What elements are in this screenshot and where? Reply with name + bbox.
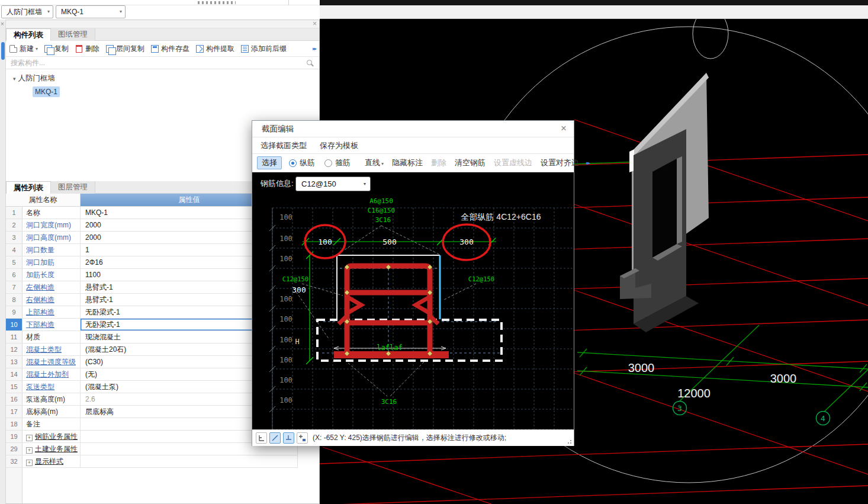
row-number: 11: [6, 331, 22, 344]
property-name[interactable]: 洞口加筋: [22, 256, 81, 269]
row-number: 4: [6, 244, 22, 256]
select-mode-button[interactable]: 选择: [257, 156, 282, 169]
dock-active-indicator[interactable]: [1, 42, 5, 60]
radio-icon: [324, 159, 332, 167]
property-name[interactable]: 泵送类型: [22, 381, 81, 393]
delete-icon: [76, 45, 82, 53]
component-name-select[interactable]: MKQ-1 ▾: [56, 5, 126, 18]
dim-12000: 12000: [677, 387, 711, 400]
tree-item-mkq1[interactable]: MKQ-1: [33, 86, 60, 97]
dialog-title: 截面编辑: [262, 121, 294, 137]
axis-bubble-3-label: 3: [677, 404, 682, 413]
tab-property-list[interactable]: 属性列表: [6, 181, 51, 194]
close-icon[interactable]: ×: [561, 121, 567, 136]
row-number: 29: [6, 443, 22, 455]
add-prefix-suffix-button[interactable]: 添加前后缀: [241, 44, 287, 54]
property-name: 泵送高度(m): [22, 393, 81, 406]
row-number: 10: [6, 319, 22, 331]
section-canvas[interactable]: A6@150 C16@150 3C16 全部纵筋 4C12+6C16 100 5…: [252, 196, 574, 429]
new-button[interactable]: 新建▾: [9, 44, 38, 54]
dialog-titlebar[interactable]: 截面编辑 ×: [252, 121, 574, 137]
door-opening: [652, 159, 677, 258]
property-name[interactable]: 洞口宽度(mm): [22, 219, 81, 232]
resize-grip[interactable]: [567, 439, 572, 444]
radio-label: 纵筋: [300, 158, 315, 168]
property-name[interactable]: 洞口数量: [22, 244, 81, 256]
property-name[interactable]: 混凝土强度等级: [22, 356, 81, 368]
property-name[interactable]: +钢筋业务属性: [22, 431, 81, 443]
row-number: 14: [6, 368, 22, 381]
chevron-down-icon: ▾: [364, 177, 366, 191]
snap-corner-button[interactable]: [256, 432, 267, 444]
property-name[interactable]: 加筋长度: [22, 269, 81, 281]
search-placeholder: 搜索构件...: [11, 57, 45, 69]
line-button[interactable]: 直线▾: [365, 158, 384, 168]
tree-group-renfangmenkuangqiang[interactable]: ▾人防门框墙: [13, 73, 55, 84]
tree-collapse-icon[interactable]: ▾: [13, 76, 16, 82]
property-name[interactable]: 混凝土外加剂: [22, 368, 81, 381]
dim-left-300: 300: [292, 285, 306, 294]
component-toolbar: 新建▾复制删除层间复制构件存盘构件提取添加前后缀▸▸: [6, 41, 319, 57]
extract-component-button[interactable]: 构件提取: [196, 44, 234, 54]
toolbar-overflow-button[interactable]: ▸▸: [313, 46, 316, 52]
clear-rebar-button[interactable]: 清空钢筋: [455, 158, 486, 168]
radio-longitudinal[interactable]: 纵筋: [289, 158, 315, 168]
save-component-button[interactable]: 构件存盘: [151, 44, 189, 54]
rebar-info-select[interactable]: C12@150 ▾: [295, 176, 371, 191]
dim-3000-left: 3000: [628, 361, 655, 374]
expand-icon[interactable]: +: [26, 435, 33, 441]
tab-drawing-management[interactable]: 图纸管理: [51, 28, 95, 41]
delete-button: 删除: [431, 158, 446, 168]
expand-icon[interactable]: +: [26, 460, 33, 466]
property-name[interactable]: 左侧构造: [22, 281, 81, 294]
close-icon[interactable]: ×: [1, 21, 4, 27]
toolbar-overflow-button[interactable]: ▸▸: [586, 160, 589, 166]
dim-3000-right: 3000: [770, 372, 797, 385]
viewport-top-strip: [320, 0, 868, 5]
dim-300: 300: [459, 237, 473, 246]
menu-save-as-template[interactable]: 保存为模板: [320, 140, 358, 151]
label-c12-right: C12@150: [468, 275, 494, 283]
radio-stirrup[interactable]: 箍筋: [324, 158, 351, 168]
add-point-button[interactable]: [297, 432, 308, 444]
property-name: 备注: [22, 418, 81, 431]
property-name[interactable]: +显示样式: [22, 455, 81, 468]
delete-button[interactable]: 删除: [75, 44, 99, 54]
row-number: 12: [6, 344, 22, 356]
expand-icon[interactable]: +: [26, 447, 33, 454]
section-edit-dialog: 截面编辑 × 选择截面类型 保存为模板 选择 纵筋箍筋 直线▾隐藏标注删除清空钢…: [252, 120, 574, 446]
floor-copy-button[interactable]: 层间复制: [106, 44, 144, 54]
tab-layer-management[interactable]: 图层管理: [51, 181, 95, 194]
label-3c16-top: 3C16: [375, 216, 391, 224]
property-name[interactable]: +土建业务属性: [22, 443, 81, 455]
row-tail: [298, 455, 319, 468]
snap-diagonal-button[interactable]: [269, 432, 281, 444]
property-name[interactable]: 下部构造: [22, 319, 81, 331]
menu-select-section-type[interactable]: 选择截面类型: [261, 140, 307, 151]
app-window: 人防门框墙 ▾ MKQ-1 ▾: [0, 0, 868, 504]
close-icon[interactable]: ×: [313, 20, 317, 28]
chevron-down-icon: ▾: [36, 46, 38, 52]
property-name[interactable]: 右侧构造: [22, 294, 81, 306]
tab-component-list[interactable]: 构件列表: [6, 28, 51, 41]
left-dim-100: 100: [279, 255, 292, 263]
hide-annotation-button[interactable]: 隐藏标注: [392, 158, 423, 168]
component-category-select[interactable]: 人防门框墙 ▾: [1, 5, 53, 18]
copy-button[interactable]: 复制: [44, 44, 69, 54]
property-value[interactable]: [81, 455, 298, 468]
set-align-edge-button[interactable]: 设置对齐边: [541, 158, 579, 168]
property-row-32[interactable]: 32+显示样式: [6, 455, 319, 468]
property-name[interactable]: 混凝土类型: [22, 344, 81, 356]
radio-icon: [289, 159, 297, 167]
property-name[interactable]: 上部构造: [22, 306, 81, 319]
label-h: H: [295, 338, 299, 346]
dialog-statusbar: (X: -652 Y: 425)选择钢筋进行编辑，选择标注进行修改或移动;: [252, 429, 574, 446]
property-name: 底标高(m): [22, 406, 81, 418]
search-input[interactable]: 搜索构件...: [6, 57, 319, 69]
property-name[interactable]: 洞口高度(mm): [22, 232, 81, 244]
snap-perpendicular-button[interactable]: [283, 432, 294, 444]
tree-group-label: 人防门框墙: [18, 74, 56, 82]
new-icon: [9, 45, 17, 53]
component-name-value: MKQ-1: [61, 8, 83, 16]
wall-3d-model[interactable]: [620, 73, 709, 332]
